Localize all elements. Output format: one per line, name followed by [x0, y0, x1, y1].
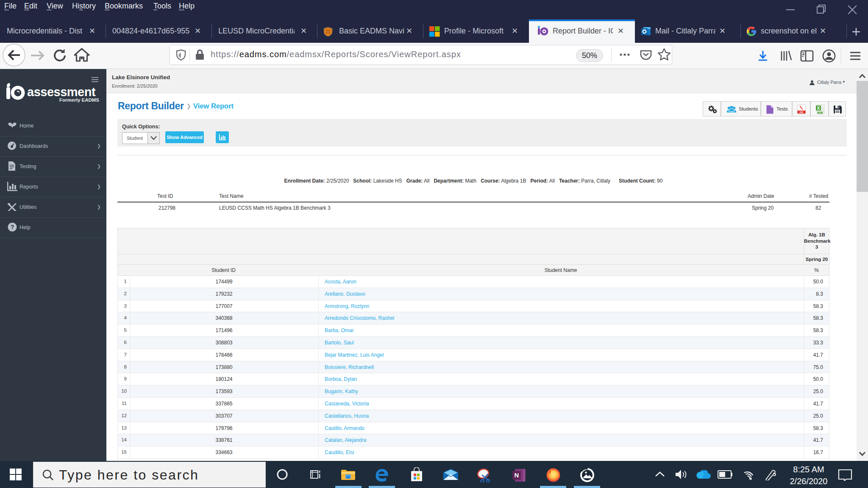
svg-text:X: X	[817, 105, 820, 111]
svg-text:PDF: PDF	[799, 111, 803, 114]
svg-text:?: ?	[11, 224, 14, 230]
svg-text:XLS: XLS	[819, 112, 822, 114]
svg-text:N: N	[515, 471, 519, 479]
